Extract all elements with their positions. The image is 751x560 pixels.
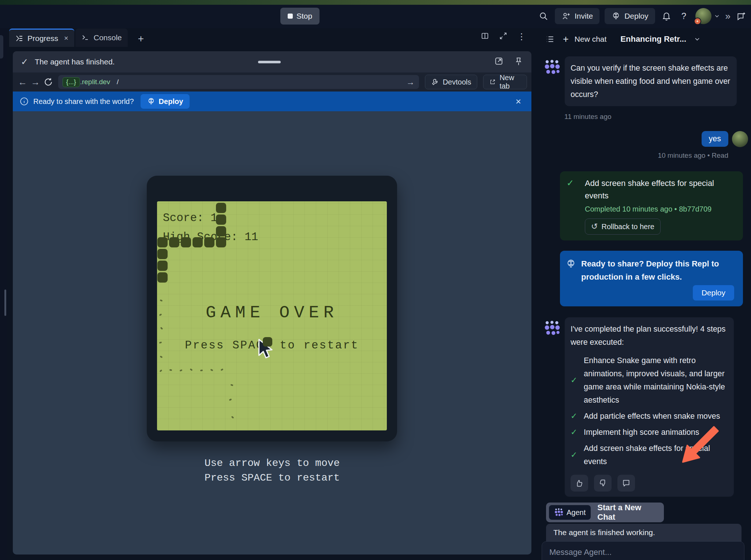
tab-console[interactable]: Console <box>75 29 128 47</box>
chat-title-chevron-icon[interactable] <box>694 36 701 43</box>
banner-close-icon[interactable]: × <box>516 96 521 107</box>
tabbar: Progress × Console + ⋮ <box>9 29 533 47</box>
step-item: ✓ Enhance Snake game with retro animatio… <box>571 354 728 407</box>
search-icon[interactable] <box>537 10 550 22</box>
tab-progress-label: Progress <box>27 34 58 43</box>
rollback-label: Rollback to here <box>601 223 654 231</box>
game-webview: Score: 1 High Score: 11 GAME OVER Press … <box>13 111 531 555</box>
check-icon: ✓ <box>571 448 584 462</box>
game-over-text: GAME OVER <box>157 303 387 322</box>
snake-segment <box>216 214 226 225</box>
console-icon <box>81 33 90 42</box>
snake-segment <box>193 237 203 247</box>
feedback-buttons <box>571 475 728 492</box>
go-arrow-icon[interactable]: → <box>406 77 415 87</box>
browser-toolbar: ← → {...} .replit.dev / → Devtools New t… <box>13 72 531 92</box>
checkpoint-title: Add screen shake effects for special eve… <box>585 177 736 202</box>
refresh-icon[interactable] <box>43 77 53 87</box>
deploy-promo-button[interactable]: Deploy <box>693 285 734 300</box>
new-chat-label[interactable]: New chat <box>575 35 607 44</box>
snake-segment <box>204 237 214 247</box>
agent-status-bar: ✓ The agent has finished. <box>13 51 531 72</box>
snake-segment <box>169 237 179 247</box>
deploy-button[interactable]: Deploy <box>605 8 655 24</box>
invite-label: Invite <box>575 12 593 20</box>
collapse-panel-icon[interactable]: » <box>725 11 730 22</box>
game-screen[interactable]: Score: 1 High Score: 11 GAME OVER Press … <box>157 201 387 430</box>
stop-button[interactable]: Stop <box>280 8 320 25</box>
particle-mark <box>160 327 163 330</box>
thumbs-up-button[interactable] <box>571 475 588 492</box>
invite-button[interactable]: Invite <box>555 8 599 24</box>
help-icon[interactable]: ? <box>678 10 690 22</box>
particle-mark <box>180 369 183 372</box>
wrench-icon <box>431 78 439 86</box>
webview-panel: ✓ The agent has finished. ← → {...} .rep… <box>13 51 531 555</box>
agent-message-bubble: Can you verify if the screen shake effec… <box>565 56 737 106</box>
notifications-bell-icon[interactable] <box>660 10 673 22</box>
rail-drag-handle[interactable] <box>4 290 6 316</box>
rollback-icon: ↺ <box>591 222 598 231</box>
back-button[interactable]: ← <box>17 77 28 87</box>
check-icon: ✓ <box>567 177 585 202</box>
new-tab-button[interactable]: New tab <box>483 75 527 89</box>
banner-deploy-button[interactable]: Deploy <box>141 94 190 109</box>
chat-header: + New chat Enhancing Retr... <box>539 33 751 45</box>
split-pane-icon[interactable] <box>481 31 489 40</box>
kebab-menu-icon[interactable]: ⋮ <box>517 31 526 42</box>
replit-agent-logo <box>543 59 561 76</box>
topbar: Stop Invite Deploy <box>0 5 751 28</box>
step-item: ✓ Add particle effects when snake moves <box>571 410 728 423</box>
devtools-button[interactable]: Devtools <box>425 75 478 89</box>
score-label: Score: 1 <box>163 212 217 224</box>
deploy-promo-card: Ready to share? Deploy this Repl to prod… <box>560 251 743 306</box>
url-subdomain-chip: {...} <box>63 77 80 87</box>
agent-status-text: The agent has finished. <box>35 57 115 66</box>
particle-mark <box>229 399 232 401</box>
new-chat-plus-icon[interactable]: + <box>563 34 569 45</box>
new-tab-plus-icon[interactable]: + <box>138 33 144 47</box>
snake-segment <box>216 203 226 213</box>
comment-button[interactable] <box>617 475 635 492</box>
desktop-background-strip <box>0 0 751 5</box>
thumbs-down-button[interactable] <box>594 475 612 492</box>
rollback-button[interactable]: ↺ Rollback to here <box>585 219 661 235</box>
annotation-arrow <box>678 424 721 467</box>
snake-segment <box>216 226 226 236</box>
summary-intro: I've completed the plan successfully! 4 … <box>571 322 728 349</box>
collapsed-sidebar-tab[interactable] <box>0 35 3 59</box>
pane-drag-handle[interactable] <box>258 61 281 63</box>
chat-title[interactable]: Enhancing Retr... <box>620 34 686 44</box>
check-icon: ✓ <box>21 57 28 67</box>
particle-mark <box>210 369 213 372</box>
chat-list-icon[interactable] <box>545 34 555 44</box>
tab-close-icon[interactable]: × <box>64 34 68 42</box>
deploy-icon <box>566 257 576 284</box>
message-composer: Have feedback? ↑ <box>542 541 744 560</box>
chat-plus-icon[interactable] <box>735 10 747 22</box>
url-bar[interactable]: {...} .replit.dev / → <box>58 75 419 89</box>
user-message-timestamp: 10 minutes ago • Read <box>539 152 728 160</box>
invite-person-icon <box>561 11 571 21</box>
particle-mark <box>220 369 223 371</box>
new-tab-icon <box>489 78 496 86</box>
checkpoint-card: ✓ Add screen shake effects for special e… <box>560 171 743 240</box>
start-new-chat-button[interactable]: Agent Start a New Chat <box>546 503 664 522</box>
account-menu[interactable]: ✦ <box>695 8 720 24</box>
snake-segment <box>216 237 226 247</box>
agent-finished-banner: The agent is finished working. <box>546 524 741 542</box>
chevron-down-icon <box>714 13 720 19</box>
user-avatar: ✦ <box>695 8 711 24</box>
user-message-bubble: yes <box>702 131 728 147</box>
pin-icon[interactable] <box>514 56 523 66</box>
expand-icon[interactable] <box>499 31 508 40</box>
message-timestamp: 11 minutes ago <box>564 113 751 121</box>
message-input[interactable] <box>549 548 737 557</box>
forward-button[interactable]: → <box>30 77 41 87</box>
new-tab-label: New tab <box>500 74 521 90</box>
devtools-label: Devtools <box>443 78 471 86</box>
open-external-icon[interactable] <box>494 56 504 66</box>
particle-mark <box>160 369 162 372</box>
tab-progress[interactable]: Progress × <box>9 29 74 47</box>
replit-agent-logo <box>554 508 564 517</box>
